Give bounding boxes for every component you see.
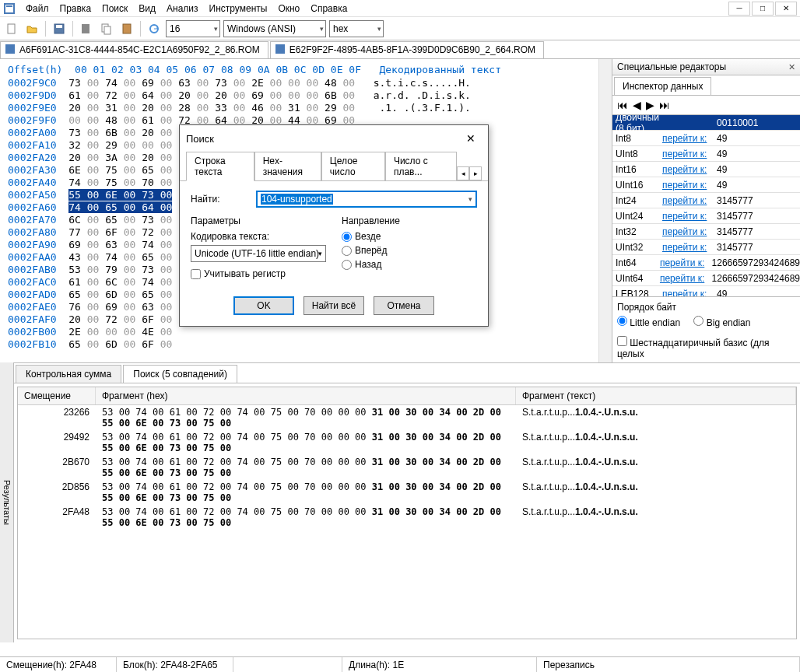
encoding-combo-value: Unicode (UTF-16 little endian): [195, 248, 319, 259]
be-radio[interactable]: Big endian: [693, 317, 750, 328]
close-button[interactable]: ✕: [775, 2, 797, 16]
hex-row[interactable]: 0002F9D0 61 00 72 00 64 00 20 00 20 00 6…: [8, 89, 591, 102]
file-tab-2[interactable]: E62F9F2F-4895-4AB5-8F1A-399D0D9C6B90_2_6…: [270, 41, 544, 58]
cut-button[interactable]: [78, 20, 95, 37]
le-radio[interactable]: Little endian: [617, 317, 680, 328]
result-row[interactable]: 2949253 00 74 00 61 00 72 00 74 00 75 00…: [18, 430, 796, 455]
find-input[interactable]: 104-unsupported ▾: [256, 191, 477, 208]
svg-rect-6: [82, 24, 89, 33]
inspector-row[interactable]: UInt8перейти к:49: [612, 146, 800, 162]
hex-row[interactable]: 0002F9E0 20 00 31 00 20 00 28 00 33 00 4…: [8, 102, 591, 114]
result-row[interactable]: 2FA4853 00 74 00 61 00 72 00 74 00 75 00…: [18, 505, 796, 530]
menu-edit[interactable]: Правка: [54, 2, 97, 16]
maximize-button[interactable]: □: [752, 2, 774, 16]
dialog-close-button[interactable]: ✕: [460, 130, 482, 147]
byte-order-group: Порядок байт Little endian Big endian: [612, 296, 800, 333]
hex-row[interactable]: 0002FB10 65 00 6D 00 6F 00: [8, 338, 591, 351]
paste-button[interactable]: [118, 20, 135, 37]
encoding-label: Кодировка текста:: [191, 231, 326, 242]
inspector-row[interactable]: UInt24перейти к:3145777: [612, 208, 800, 224]
inspector-row[interactable]: LEB128перейти к:49: [612, 286, 800, 296]
open-file-button[interactable]: [23, 20, 40, 37]
inspector-row[interactable]: UInt16перейти к:49: [612, 177, 800, 193]
col-text[interactable]: Фрагмент (текст): [516, 387, 796, 404]
inspector-row[interactable]: Int64перейти к:12666597293424689: [612, 255, 800, 271]
inspector-row[interactable]: Int16перейти к:49: [612, 162, 800, 177]
tab-text-string[interactable]: Строка текста: [186, 152, 254, 181]
result-row[interactable]: 2B67053 00 74 00 61 00 72 00 74 00 75 00…: [18, 455, 796, 480]
dir-fwd-radio[interactable]: Вперёд: [342, 245, 477, 256]
inspector-row[interactable]: Int8перейти к:49: [612, 131, 800, 146]
hex-scrollbar[interactable]: [598, 59, 612, 362]
results-area: Результаты Контрольная сумма Поиск (5 со…: [0, 362, 800, 642]
menu-file[interactable]: Файл: [20, 2, 54, 16]
dir-back-radio[interactable]: Назад: [342, 259, 477, 270]
menu-view[interactable]: Вид: [133, 2, 161, 16]
tab-hex-values[interactable]: Hex-значения: [254, 152, 321, 180]
copy-button[interactable]: [98, 20, 115, 37]
inspector-grid: Двоичный (8 бит)00110001Int8перейти к:49…: [612, 114, 800, 296]
dir-all-radio[interactable]: Везде: [342, 231, 477, 242]
col-hex[interactable]: Фрагмент (hex): [96, 387, 516, 404]
hex-header: Offset(h) 00 01 02 03 04 05 06 07 08 09 …: [8, 64, 591, 75]
menu-window[interactable]: Окно: [272, 2, 305, 16]
dropdown-icon[interactable]: ▾: [468, 195, 472, 203]
font-size-combo[interactable]: 16▾: [166, 20, 220, 37]
tab-nav-right-icon[interactable]: ▸: [469, 166, 482, 180]
svg-rect-3: [8, 24, 15, 33]
result-row[interactable]: 2326653 00 74 00 61 00 72 00 74 00 75 00…: [18, 405, 796, 430]
hex-row[interactable]: 0002FB00 2E 00 00 00 4E 00: [8, 326, 591, 338]
refresh-button[interactable]: [146, 20, 163, 37]
byte-order-title: Порядок байт: [617, 302, 795, 313]
inspector-tab[interactable]: Инспектор данных: [614, 77, 711, 95]
cancel-button[interactable]: Отмена: [374, 296, 434, 315]
nav-prev-icon[interactable]: ◀: [633, 99, 641, 111]
inspector-row[interactable]: Двоичный (8 бит)00110001: [612, 115, 800, 131]
hex-base-check[interactable]: Шестнадцатиричный базис (для целых: [612, 333, 800, 362]
file-tabs: A6F691AC-31C8-4444-854C-E2C1A6950F92_2_8…: [0, 40, 800, 59]
encoding-value: Windows (ANSI): [227, 23, 296, 34]
tab-checksum[interactable]: Контрольная сумма: [16, 365, 121, 383]
save-button[interactable]: [51, 20, 68, 37]
case-checkbox[interactable]: Учитывать регистр: [191, 268, 326, 279]
file-tab-1[interactable]: A6F691AC-31C8-4444-854C-E2C1A6950F92_2_8…: [0, 41, 268, 58]
nav-first-icon[interactable]: ⏮: [617, 99, 628, 111]
inspector-row[interactable]: Int32перейти к:3145777: [612, 224, 800, 240]
col-offset[interactable]: Смещение: [18, 387, 96, 404]
find-all-button[interactable]: Найти всё: [304, 296, 364, 315]
statusbar: Смещение(h): 2FA48 Блок(h): 2FA48-2FA65 …: [0, 656, 800, 672]
inspector-row[interactable]: Int24перейти к:3145777: [612, 193, 800, 208]
ok-button[interactable]: OK: [233, 296, 294, 315]
nav-last-icon[interactable]: ⏭: [659, 99, 670, 111]
display-combo[interactable]: hex▾: [329, 20, 384, 37]
tab-float[interactable]: Число с плав...: [385, 152, 457, 180]
result-row[interactable]: 2D85653 00 74 00 61 00 72 00 74 00 75 00…: [18, 480, 796, 505]
dialog-title: Поиск: [186, 133, 214, 145]
tab-integer[interactable]: Целое число: [321, 152, 385, 180]
panel-title-label: Специальные редакторы: [617, 61, 726, 72]
nav-next-icon[interactable]: ▶: [646, 99, 654, 111]
display-value: hex: [333, 23, 348, 34]
menu-analysis[interactable]: Анализ: [161, 2, 204, 16]
dialog-buttons: OK Найти всё Отмена: [180, 289, 488, 326]
menu-tools[interactable]: Инструменты: [204, 2, 273, 16]
panel-close-icon[interactable]: ✕: [788, 62, 795, 72]
hex-row[interactable]: 0002F9C0 73 00 74 00 69 00 63 00 73 00 2…: [8, 77, 591, 89]
inspector-row[interactable]: UInt32перейти к:3145777: [612, 240, 800, 255]
tab-nav-left-icon[interactable]: ◂: [457, 166, 469, 180]
results-side-tab[interactable]: Результаты: [0, 362, 14, 642]
tab-search-results[interactable]: Поиск (5 совпадений): [123, 365, 237, 383]
encoding-combo[interactable]: Unicode (UTF-16 little endian) ▾: [191, 245, 326, 262]
inspector-row[interactable]: UInt64перейти к:12666597293424689: [612, 271, 800, 286]
new-file-button[interactable]: [3, 20, 20, 37]
menu-help[interactable]: Справка: [305, 2, 353, 16]
find-label: Найти:: [191, 194, 256, 205]
minimize-button[interactable]: ─: [728, 2, 750, 16]
direction-group: Направление Везде Вперёд Назад: [342, 215, 477, 279]
dialog-tabs: Строка текста Hex-значения Целое число Ч…: [180, 152, 488, 181]
encoding-combo[interactable]: Windows (ANSI)▾: [223, 20, 326, 37]
svg-rect-8: [104, 26, 111, 34]
menu-search[interactable]: Поиск: [96, 2, 133, 16]
params-group: Параметры Кодировка текста: Unicode (UTF…: [191, 215, 326, 279]
separator: [72, 21, 73, 37]
